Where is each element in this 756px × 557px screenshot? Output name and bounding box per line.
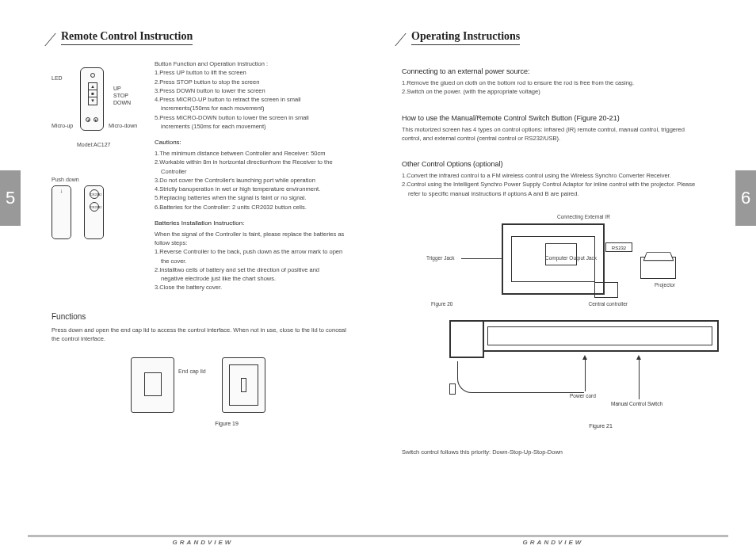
page-left: Remote Control Instruction LED ▲ ■ ▼ (28, 0, 378, 557)
remote-instruction-block: LED ▲ ■ ▼ ◂▸ UP (52, 59, 354, 292)
figure-19-caption: Figure 19 (52, 421, 354, 426)
remote-front-icon: ▲ ■ ▼ ◂▸ (80, 67, 104, 131)
batt-intro: When the signal of the Controller is fai… (155, 230, 354, 248)
endcap-open-icon (222, 357, 265, 413)
label-stop: STOP (113, 92, 131, 99)
label-micro-up: Micro-up (52, 123, 73, 128)
page-number-left: 5 (0, 170, 21, 226)
bf-4b: increments(150ms for each movement) (155, 104, 354, 113)
sec3-2b: refer to specific manual instructions if… (402, 189, 704, 198)
right-footer: GRANDVIEW (378, 535, 728, 546)
power-cord-icon (457, 361, 584, 393)
left-footer: GRANDVIEW (28, 535, 378, 546)
label-end-cap-lid: End cap lid (178, 368, 206, 374)
figure-20-caption: Figure 20 (431, 301, 452, 307)
figure-19-row: End cap lid (52, 357, 354, 413)
bs-1: 1.Reverse Controller to the back, push d… (155, 247, 354, 256)
functions-head: Functions (52, 312, 354, 321)
endcap-closed-icon (131, 357, 174, 413)
label-manual-switch: Manual Control Switch (611, 401, 662, 406)
sec2-text: This motorized screen has 4 types on con… (402, 125, 704, 143)
button-func-head: Button Function and Operation Instructio… (155, 59, 354, 68)
bf-5b: increments (150ms for each movement) (155, 122, 354, 131)
central-controller-icon (594, 282, 618, 298)
figure-20: Trigger Jack Connecting External IR Comp… (426, 214, 680, 309)
endcap-side-icon (449, 320, 484, 358)
bs-3: 3.Close the battery cover. (155, 283, 354, 292)
sec2-head: How to use the Manual/Remote Control Swi… (402, 114, 704, 122)
sec1-head: Connecting to an external power source: (402, 67, 704, 75)
figure-21: Power cord Manual Control Switch (449, 320, 719, 415)
label-micro-down: Micro-down (109, 123, 137, 128)
c-2: 2.Workable within 8m in horizontal direc… (155, 158, 354, 166)
left-section-title: Remote Control Instruction (61, 30, 193, 45)
label-projector: Projector (655, 282, 675, 288)
label-central-controller: Central controller (589, 301, 628, 307)
brand-left: GRANDVIEW (173, 539, 234, 546)
label-trigger-jack: Trigger Jack (426, 255, 455, 261)
plug-icon (449, 383, 456, 395)
c-3: 3.Do not cover the Controller's launchin… (155, 176, 354, 185)
c-5: 5.Replacing batteries when the signal is… (155, 193, 354, 202)
projector-icon (640, 257, 676, 279)
page-right: Operating Instructions Connecting to an … (378, 0, 728, 557)
page-spread: Remote Control Instruction LED ▲ ■ ▼ (28, 0, 728, 557)
bf-2: 2.Press STOP button to stop the screen (155, 78, 354, 86)
label-push-down: Push down (52, 177, 147, 182)
screen-housing-icon (481, 320, 719, 352)
right-section-title: Operating Instructions (411, 30, 520, 45)
sec1-2: 2.Switch on the power. (with the appropr… (402, 87, 704, 96)
figure-21-caption: Figure 21 (402, 423, 704, 429)
remote-back-closed-icon: ↓ (52, 185, 71, 239)
sec3-2: 2.Control using the Intelligent Synchro … (402, 180, 704, 189)
functions-text: Press down and open the end cap lid to a… (52, 326, 354, 344)
cautions-head: Cautions: (155, 139, 354, 146)
c-4: 4.Strictly banoperation in wet or high t… (155, 185, 354, 193)
batt-head: Batteries Installation Instruction: (155, 219, 354, 227)
remote-back-open-icon: CR2032 CR2032 (84, 185, 104, 239)
priority-text: Switch control follows this priority: Do… (402, 448, 704, 456)
bf-5: 5.Press MICRO-DOWN button to lower the s… (155, 113, 354, 122)
label-down: DOWN (113, 99, 131, 106)
remote-back-diagram: ↓ CR2032 CR2032 (52, 185, 147, 239)
brand-right: GRANDVIEW (523, 539, 584, 546)
label-power-cord: Power cord (570, 393, 596, 399)
label-model: Model:AC127 (77, 142, 110, 147)
remote-diagram-column: LED ▲ ■ ▼ ◂▸ UP (52, 59, 147, 292)
label-comp-out: Computer Output Jack (545, 255, 597, 261)
bs-2: 2.Installtwo cells of battery and set th… (155, 265, 354, 274)
bs-2b: negative electrode just like the chart s… (155, 274, 354, 283)
label-ext-ir: Connecting External IR (557, 214, 610, 219)
label-up: UP (113, 85, 131, 92)
page-number-right: 6 (735, 170, 756, 226)
bf-4: 4.Press MICRO-UP button to retract the s… (155, 95, 354, 104)
sec3-1: 1.Convert the infrared control to a FM w… (402, 171, 704, 180)
remote-text-column: Button Function and Operation Instructio… (147, 59, 354, 292)
sec3-head: Other Control Options (optional) (402, 160, 704, 168)
label-led: LED (52, 75, 63, 81)
sec1-1: 1.Remove the glued on cloth on the botto… (402, 78, 704, 87)
bf-1: 1.Press UP button to lift the screen (155, 68, 354, 77)
c-2b: Controller (155, 167, 354, 176)
bs-1b: the cover. (155, 257, 354, 265)
rs232-box: RS232 (605, 242, 632, 252)
c-6: 6.Batteries for the Controller: 2 units … (155, 203, 354, 212)
bf-3: 3.Press DOWN button to lower the screen (155, 86, 354, 95)
c-1: 1.The minimum distance between Controlle… (155, 149, 354, 158)
